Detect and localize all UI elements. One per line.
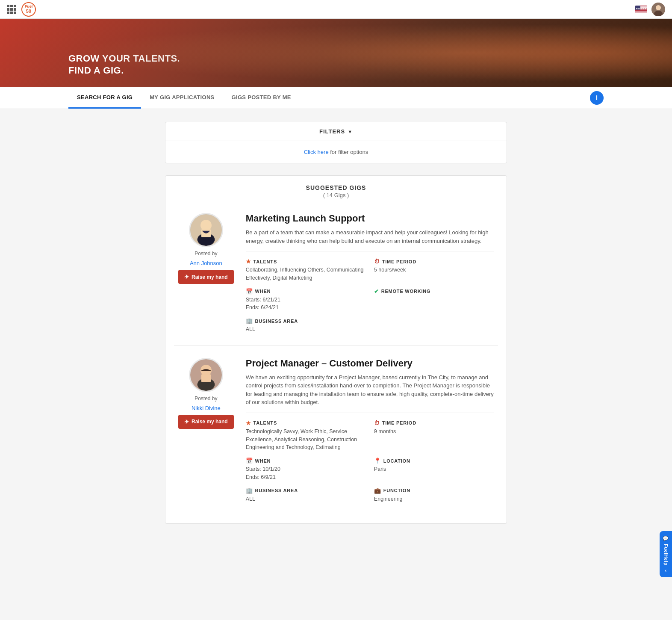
svg-rect-6 bbox=[635, 12, 647, 12]
chevron-down-icon: ▼ bbox=[348, 129, 353, 134]
remote-label-1: ✔ Remote working bbox=[374, 288, 494, 295]
gig-card-2: Posted by Nikki Divine ✈ Raise my hand P… bbox=[174, 346, 498, 515]
function-value-2: Engineering bbox=[374, 495, 494, 503]
location-icon-2: 📍 bbox=[374, 458, 381, 464]
svg-text:★★★★★★★★★: ★★★★★★★★★ bbox=[636, 7, 647, 10]
talents-label-1: ★ TALENTS bbox=[246, 258, 365, 265]
hero-banner: GROW YOUR TALENTS. FIND A GIG. bbox=[0, 19, 672, 87]
location-value-2: Paris bbox=[374, 465, 494, 473]
filters-header: FILTERS ▼ bbox=[165, 122, 507, 141]
top-navigation: Fuel 50 ★★★★★★★★★ bbox=[0, 0, 672, 19]
when-ends-2: Ends: 6/9/21 bbox=[246, 473, 365, 481]
grid-icon[interactable] bbox=[7, 5, 16, 14]
suggested-count: ( 14 Gigs ) bbox=[174, 192, 498, 198]
tabs-bar: SEARCH FOR A GIG MY GIG APPLICATIONS GIG… bbox=[0, 87, 672, 109]
when-label-2: 📅 WHEN bbox=[246, 458, 365, 464]
poster-avatar-1 bbox=[189, 213, 223, 247]
building-icon-1: 🏢 bbox=[246, 318, 253, 324]
tab-my-applications[interactable]: MY GIG APPLICATIONS bbox=[141, 87, 223, 109]
fuelhelp-widget[interactable]: 💬 FuelHelp ‹ bbox=[660, 531, 672, 537]
gig-meta-grid-2: ★ TALENTS Technologically Savvy, Work Et… bbox=[246, 420, 494, 503]
business-value-2: ALL bbox=[246, 495, 365, 503]
hero-title: GROW YOUR TALENTS. FIND A GIG. bbox=[68, 53, 180, 77]
meta-time-1: ⏱ TIME PERIOD 5 hours/week bbox=[374, 258, 494, 282]
star-icon-1: ★ bbox=[246, 258, 251, 265]
plane-icon-2: ✈ bbox=[184, 419, 189, 425]
when-ends-1: Ends: 6/24/21 bbox=[246, 304, 365, 312]
building-icon-2: 🏢 bbox=[246, 487, 253, 494]
raise-hand-button-1[interactable]: ✈ Raise my hand bbox=[178, 270, 234, 284]
gig-description-2: We have an exciting opportunity for a Pr… bbox=[246, 373, 494, 413]
poster-name-2[interactable]: Nikki Divine bbox=[192, 405, 221, 411]
meta-when-2: 📅 WHEN Starts: 10/1/20 Ends: 6/9/21 bbox=[246, 458, 365, 481]
plane-icon-1: ✈ bbox=[184, 274, 189, 280]
gig-title-2[interactable]: Project Manager – Customer Delivery bbox=[246, 358, 494, 369]
nav-right: ★★★★★★★★★ bbox=[635, 3, 665, 16]
gig-details-2: Project Manager – Customer Delivery We h… bbox=[246, 358, 494, 503]
poster-name-1[interactable]: Ann Johnson bbox=[190, 260, 222, 266]
gig-description-1: Be a part of a team that can make a meas… bbox=[246, 228, 494, 251]
time-value-1: 5 hours/week bbox=[374, 266, 494, 274]
time-label-2: ⏱ TIME PERIOD bbox=[374, 420, 494, 426]
time-label-1: ⏱ TIME PERIOD bbox=[374, 258, 494, 265]
clock-icon-1: ⏱ bbox=[374, 258, 380, 265]
filters-section: FILTERS ▼ Click here for filter options bbox=[165, 122, 507, 163]
tabs: SEARCH FOR A GIG MY GIG APPLICATIONS GIG… bbox=[68, 87, 300, 109]
tab-search-gig[interactable]: SEARCH FOR A GIG bbox=[68, 87, 141, 109]
fuelhelp-icon: 💬 bbox=[663, 535, 669, 537]
app-logo[interactable]: Fuel 50 bbox=[21, 2, 36, 17]
suggested-header: SUGGESTED GIGS ( 14 Gigs ) bbox=[174, 184, 498, 198]
filters-title: FILTERS bbox=[319, 128, 345, 135]
raise-hand-label-1: Raise my hand bbox=[192, 274, 228, 280]
suggested-gigs-section: SUGGESTED GIGS ( 14 Gigs ) Posted by Ann… bbox=[165, 175, 507, 524]
meta-remote-1: ✔ Remote working bbox=[374, 288, 494, 312]
star-icon-2: ★ bbox=[246, 420, 251, 426]
nav-left: Fuel 50 bbox=[7, 2, 36, 17]
gig-title-1[interactable]: Marketing Launch Support bbox=[246, 213, 494, 224]
gig-card: Posted by Ann Johnson ✈ Raise my hand Ma… bbox=[174, 201, 498, 346]
meta-function-2: 💼 FUNCTION Engineering bbox=[374, 487, 494, 503]
filter-suffix-text: for filter options bbox=[329, 149, 368, 155]
meta-business-2: 🏢 BUSINESS AREA ALL bbox=[246, 487, 365, 503]
when-starts-1: Starts: 6/21/21 bbox=[246, 296, 365, 304]
gig-poster-2: Posted by Nikki Divine ✈ Raise my hand bbox=[178, 358, 234, 503]
talents-value-2: Technologically Savvy, Work Ethic, Servi… bbox=[246, 428, 365, 452]
calendar-icon-2: 📅 bbox=[246, 458, 253, 464]
filter-click-link[interactable]: Click here bbox=[304, 149, 329, 155]
meta-location-2: 📍 LOCATION Paris bbox=[374, 458, 494, 481]
talents-value-1: Collaborating, Influencing Others, Commu… bbox=[246, 266, 365, 282]
svg-point-13 bbox=[200, 220, 212, 231]
meta-time-2: ⏱ TIME PERIOD 9 months bbox=[374, 420, 494, 452]
info-button[interactable]: i bbox=[590, 91, 604, 105]
raise-hand-label-2: Raise my hand bbox=[192, 419, 228, 425]
svg-point-10 bbox=[656, 5, 661, 10]
posted-by-label-2: Posted by bbox=[195, 396, 217, 402]
posted-by-label-1: Posted by bbox=[195, 251, 217, 257]
business-value-1: ALL bbox=[246, 325, 365, 334]
poster-avatar-2 bbox=[189, 358, 223, 392]
meta-talents-2: ★ TALENTS Technologically Savvy, Work Et… bbox=[246, 420, 365, 452]
user-avatar[interactable] bbox=[651, 3, 665, 16]
meta-business-1: 🏢 BUSINESS AREA ALL bbox=[246, 318, 365, 334]
check-icon-1: ✔ bbox=[374, 288, 379, 295]
talents-label-2: ★ TALENTS bbox=[246, 420, 365, 426]
time-value-2: 9 months bbox=[374, 428, 494, 436]
filters-body: Click here for filter options bbox=[165, 141, 507, 163]
business-label-1: 🏢 BUSINESS AREA bbox=[246, 318, 365, 324]
calendar-icon-1: 📅 bbox=[246, 288, 253, 295]
gig-meta-grid-1: ★ TALENTS Collaborating, Influencing Oth… bbox=[246, 258, 494, 334]
when-starts-2: Starts: 10/1/20 bbox=[246, 465, 365, 473]
hero-text: GROW YOUR TALENTS. FIND A GIG. bbox=[68, 53, 180, 77]
tab-gigs-posted[interactable]: GIGS POSTED BY ME bbox=[223, 87, 300, 109]
clock-icon-2: ⏱ bbox=[374, 420, 380, 426]
main-content: FILTERS ▼ Click here for filter options … bbox=[156, 109, 516, 537]
when-label-1: 📅 WHEN bbox=[246, 288, 365, 295]
language-flag[interactable]: ★★★★★★★★★ bbox=[635, 6, 647, 13]
svg-rect-5 bbox=[635, 11, 647, 11]
meta-talents-1: ★ TALENTS Collaborating, Influencing Oth… bbox=[246, 258, 365, 282]
raise-hand-button-2[interactable]: ✈ Raise my hand bbox=[178, 415, 234, 429]
svg-rect-19 bbox=[201, 374, 211, 382]
location-label-2: 📍 LOCATION bbox=[374, 458, 494, 464]
meta-when-1: 📅 WHEN Starts: 6/21/21 Ends: 6/24/21 bbox=[246, 288, 365, 312]
function-icon-2: 💼 bbox=[374, 487, 381, 494]
